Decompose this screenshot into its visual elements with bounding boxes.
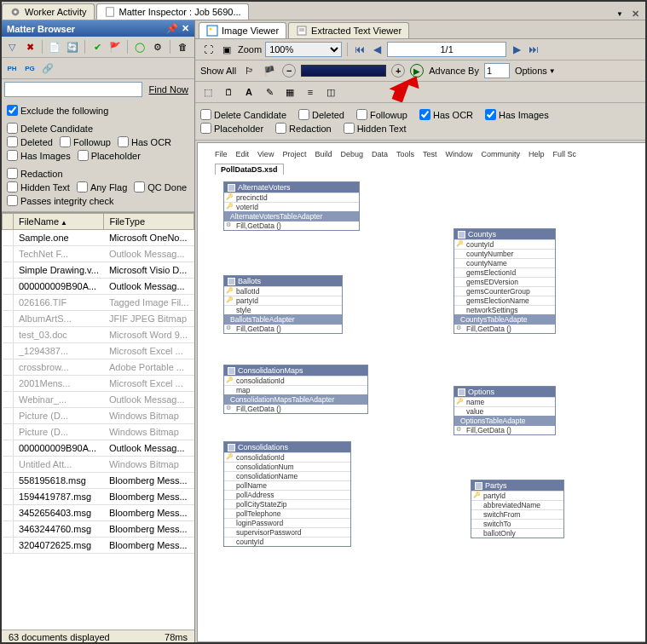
find-now-link[interactable]: Find Now [146, 84, 192, 95]
table-row[interactable]: 026166.TIF Tagged Image Fil... [3, 295, 194, 311]
fit-page-icon[interactable]: ▣ [219, 42, 234, 57]
table-ballots: Ballots ballotId partyId style BallotsTa… [223, 275, 343, 334]
table-row[interactable]: Picture (D... Windows Bitmap [3, 424, 194, 440]
table-row[interactable]: crossbrow... Adobe Portable ... [3, 359, 194, 376]
grid-icon[interactable]: ▦ [282, 84, 298, 100]
advance-by-input[interactable] [484, 63, 510, 78]
vfilter-hidden-text[interactable]: Hidden Text [344, 123, 407, 134]
check-icon[interactable]: ✔ [90, 39, 105, 55]
link-icon[interactable]: 🔗 [40, 60, 55, 76]
qc-icon[interactable]: ◯ [132, 39, 147, 55]
table-row[interactable]: Untitled Att... Windows Bitmap [3, 457, 194, 473]
row-indicator-header[interactable] [3, 214, 14, 230]
row-indicator [3, 457, 14, 473]
filter-any-flag[interactable]: Any Flag [77, 181, 127, 193]
table-row[interactable]: 3452656403.msg Bloomberg Mess... [3, 505, 194, 521]
vfilter-has-ocr[interactable]: Has OCR [419, 109, 473, 120]
table-alternatevoters: AlternateVoters precinctId voterId Alter… [223, 181, 360, 231]
table-row[interactable]: 3204072625.msg Bloomberg Mess... [3, 538, 194, 554]
play-button[interactable]: ▶ [410, 64, 424, 78]
stop-icon[interactable]: ✖ [22, 39, 38, 55]
col-filename[interactable]: FileName▲ [14, 214, 104, 230]
flag-icon[interactable]: 🚩 [107, 39, 123, 55]
table-row[interactable]: Webinar_... Outlook Messag... [3, 392, 194, 408]
crop-icon[interactable]: ◫ [323, 84, 338, 100]
vfilter-placeholder[interactable]: Placeholder [200, 123, 263, 134]
slider-plus-button[interactable]: + [391, 64, 405, 78]
table-row[interactable]: TechNet F... Outlook Messag... [3, 246, 194, 262]
svg-point-4 [210, 28, 212, 31]
table-row[interactable]: Simple Drawing.v... Microsoft Visio D... [3, 262, 194, 279]
image-viewport[interactable]: FileEditViewProjectBuildDebugDataToolsTe… [197, 142, 647, 642]
table-row[interactable]: 000000009B90A... Outlook Messag... [3, 279, 194, 295]
flag-toggle-icon[interactable]: 🏳 [241, 63, 257, 78]
table-row[interactable]: _1294387... Microsoft Excel ... [3, 343, 194, 359]
options-dropdown[interactable]: Options▼ [515, 66, 556, 76]
search-input[interactable] [4, 82, 142, 97]
table-countys: Countys countyId countyNumber countyName… [453, 228, 556, 334]
table-row[interactable]: 2001Mens... Microsoft Excel ... [3, 376, 194, 392]
filter-redaction[interactable]: Redaction [7, 168, 63, 179]
table-row[interactable]: 000000009B90A... Outlook Messag... [3, 440, 194, 457]
filter-placeholder[interactable]: Placeholder [78, 150, 141, 161]
refresh-icon[interactable]: 🔄 [65, 39, 80, 55]
close-icon[interactable]: ✕ [182, 23, 189, 34]
last-page-icon[interactable]: ⏭ [527, 43, 540, 56]
layers-icon[interactable]: ≡ [303, 84, 318, 100]
zoom-select[interactable]: 100% [265, 42, 342, 57]
next-page-icon[interactable]: ▶ [510, 43, 523, 56]
vfilter-has-images[interactable]: Has Images [485, 109, 549, 120]
table-row[interactable]: 558195618.msg Bloomberg Mess... [3, 473, 194, 489]
filter-has-ocr[interactable]: Has OCR [118, 136, 171, 147]
text-tool-icon[interactable]: A [241, 84, 257, 100]
draw-select-icon[interactable]: ⬚ [200, 84, 216, 100]
filter-qc-done[interactable]: QC Done [134, 181, 187, 193]
gear-icon[interactable]: ⚙ [150, 39, 165, 55]
tab-extracted-text[interactable]: Extracted Text Viewer [288, 22, 409, 38]
table-row[interactable]: 3463244760.msg Bloomberg Mess... [3, 521, 194, 538]
vfilter-redaction[interactable]: Redaction [275, 123, 332, 134]
slider-minus-button[interactable]: − [282, 64, 296, 78]
vfilter-followup[interactable]: Followup [356, 109, 407, 120]
pg-icon[interactable]: PG [22, 60, 38, 76]
row-indicator [3, 473, 14, 489]
filter-hidden-text[interactable]: Hidden Text [7, 181, 70, 193]
table-row[interactable]: test_03.doc Microsoft Word 9... [3, 327, 194, 343]
vfilter-delete-candidate[interactable]: Delete Candidate [200, 109, 286, 120]
speed-slider[interactable] [301, 65, 386, 77]
row-indicator [3, 246, 14, 262]
tab-overflow-button[interactable]: ▼ [614, 10, 626, 18]
filter-deleted[interactable]: Deleted [7, 136, 53, 147]
filter-delete-candidate[interactable]: Delete Candidate [7, 123, 93, 134]
document-grid[interactable]: FileName▲ FileType Sample.one Microsoft … [2, 212, 194, 630]
table-row[interactable]: 1594419787.msg Bloomberg Mess... [3, 489, 194, 505]
pin-icon[interactable]: 📌 [166, 23, 178, 34]
note-icon[interactable]: 🗒 [221, 84, 236, 100]
filter-icon[interactable]: ▽ [4, 39, 20, 55]
col-filetype[interactable]: FileType [104, 214, 194, 230]
prev-page-icon[interactable]: ◀ [370, 43, 384, 56]
tab-worker-activity[interactable]: Worker Activity [2, 3, 95, 20]
delete-icon[interactable]: 🗑 [175, 39, 190, 55]
gear-icon [9, 6, 21, 18]
fit-width-icon[interactable]: ⛶ [200, 42, 216, 57]
filter-has-images[interactable]: Has Images [7, 150, 71, 161]
filter-followup[interactable]: Followup [60, 136, 111, 147]
table-consolidations: Consolidations consolidationId consolida… [223, 441, 351, 547]
close-tab-button[interactable]: ✕ [629, 9, 642, 20]
highlight-icon[interactable]: ✎ [262, 84, 277, 100]
table-row[interactable]: Picture (D... Windows Bitmap [3, 408, 194, 424]
flag-range-icon[interactable]: 🏴 [262, 63, 277, 78]
cell-filename: 2001Mens... [14, 376, 104, 392]
page-icon[interactable]: 📄 [47, 39, 62, 55]
first-page-icon[interactable]: ⏮ [353, 43, 367, 56]
filter-integrity[interactable]: Passes integrity check [7, 195, 113, 206]
vfilter-deleted[interactable]: Deleted [298, 109, 344, 120]
tab-matter-inspector[interactable]: Matter Inspector : Job 5690... [96, 3, 249, 20]
filter-exclude[interactable]: Exclude the following [7, 105, 108, 116]
ph-icon[interactable]: PH [4, 60, 20, 76]
tab-image-viewer[interactable]: Image Viewer [199, 22, 286, 38]
table-row[interactable]: Sample.one Microsoft OneNo... [3, 230, 194, 246]
row-indicator [3, 424, 14, 440]
table-row[interactable]: AlbumArtS... JFIF JPEG Bitmap [3, 311, 194, 327]
